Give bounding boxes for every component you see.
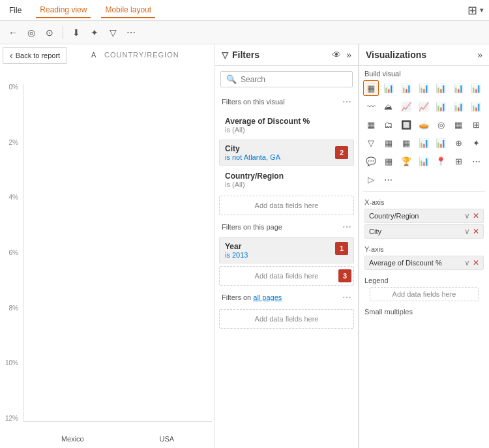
toolbar-more[interactable]: ⋯: [123, 25, 139, 40]
viz-icon-cluster-bar[interactable]: 📊: [416, 80, 432, 96]
filter-item-discount[interactable]: Average of Discount % is (All): [219, 112, 354, 138]
add-field-all[interactable]: Add data fields here: [219, 309, 354, 329]
x-axis-country-actions: ∨ ✕: [464, 211, 479, 220]
viz-icon-star[interactable]: ✦: [468, 135, 484, 151]
viz-collapse-icon[interactable]: »: [477, 50, 482, 60]
search-icon: 🔍: [226, 74, 237, 84]
filter-city-row: City is not Atlanta, GA 2: [225, 144, 348, 161]
filters-expand-icon[interactable]: »: [346, 50, 351, 60]
viz-icon-arrow[interactable]: ▷: [363, 172, 379, 187]
filters-eye-icon[interactable]: 👁: [332, 50, 341, 60]
viz-icon-dots[interactable]: ⋯: [468, 153, 484, 169]
toolbar-circle2[interactable]: ⊙: [42, 25, 57, 40]
viz-icon-treemap[interactable]: ▦: [451, 117, 466, 132]
x-axis-city-remove[interactable]: ✕: [473, 227, 479, 236]
x-axis-city-chevron[interactable]: ∨: [464, 227, 470, 236]
legend-add-field[interactable]: Add data fields here: [370, 287, 479, 301]
y-label-0: 0%: [0, 83, 21, 91]
menu-mobile-layout[interactable]: Mobile layout: [101, 3, 155, 18]
filters-search-box[interactable]: 🔍: [220, 71, 353, 87]
viz-icon-pin[interactable]: 📍: [433, 153, 449, 169]
viz-icon-bar7[interactable]: 📊: [468, 98, 484, 114]
chart-area: ‹ Back to report A COUNTRY/REGION 12% 10…: [0, 44, 215, 448]
filters-visual-menu[interactable]: ⋯: [342, 97, 351, 107]
filter-item-city[interactable]: City is not Atlanta, GA 2: [219, 140, 354, 166]
filter-year-title: Year: [225, 242, 335, 251]
filters-all-menu[interactable]: ⋯: [342, 292, 351, 303]
toolbar-pin[interactable]: ✦: [87, 25, 102, 40]
filter-item-year[interactable]: Year is 2013 1: [219, 237, 354, 263]
viz-icon-funnel[interactable]: ▽: [363, 135, 379, 151]
viz-icon-bar4[interactable]: 📊: [468, 80, 484, 96]
x-axis-field-city[interactable]: City ∨ ✕: [364, 224, 484, 239]
y-axis-avg-chevron[interactable]: ∨: [464, 258, 470, 267]
toolbar-sep1: [63, 26, 63, 39]
toolbar-icon-right[interactable]: ⊞: [467, 3, 477, 18]
viz-icon-pie[interactable]: 🥧: [416, 117, 432, 132]
viz-icon-slicer[interactable]: ▦: [381, 153, 396, 169]
viz-icon-combo[interactable]: 📈: [416, 98, 432, 114]
back-to-report-button[interactable]: ‹ Back to report: [3, 47, 67, 64]
filter-item-country[interactable]: Country/Region is (All): [219, 167, 354, 193]
filters-header: ▽ Filters 👁 »: [215, 44, 358, 66]
toolbar-back[interactable]: ←: [5, 25, 21, 40]
viz-icons-row2: 〰 ⛰ 📈 📈 📊 📊 📊: [359, 97, 489, 115]
viz-icon-donut[interactable]: ◎: [433, 117, 449, 132]
toolbar-down[interactable]: ⬇: [68, 25, 84, 40]
x-axis-city-text: City: [369, 228, 381, 235]
small-multiples-label: Small multiples: [359, 305, 489, 318]
viz-icon-textbox[interactable]: 💬: [363, 153, 379, 169]
viz-icon-more[interactable]: ⋯: [381, 172, 396, 187]
viz-icon-kpi[interactable]: 📊: [433, 135, 449, 151]
filters-on-visual-header: Filters on this visual ⋯: [215, 93, 358, 111]
viz-icon-trophy[interactable]: 🏆: [398, 153, 414, 169]
y-axis-field-avg-discount[interactable]: Average of Discount % ∨ ✕: [364, 256, 484, 270]
y-axis-avg-remove[interactable]: ✕: [473, 258, 479, 267]
viz-icon-line2[interactable]: 📈: [398, 98, 414, 114]
viz-header: Visualizations »: [359, 44, 489, 66]
viz-icon-scatter[interactable]: 🔲: [398, 117, 414, 132]
viz-icon-map-plus[interactable]: ⊕: [451, 135, 466, 151]
viz-icon-ribbon[interactable]: ▦: [363, 117, 379, 132]
x-label-usa: USA: [159, 435, 174, 443]
viz-icon-multirow-card[interactable]: 📊: [416, 135, 432, 151]
menu-bar: File Reading view Mobile layout ⊞ ▾: [0, 0, 489, 21]
toolbar-chevron[interactable]: ▾: [480, 6, 484, 14]
viz-icon-bar8[interactable]: 📊: [416, 153, 432, 169]
viz-icon-matrix[interactable]: ⊞: [468, 117, 484, 132]
add-field-visual[interactable]: Add data fields here: [219, 196, 354, 215]
viz-icon-line[interactable]: 〰: [363, 98, 379, 114]
search-input[interactable]: [241, 75, 347, 84]
viz-icon-bar5[interactable]: 📊: [433, 98, 449, 114]
viz-icons-row4: ▽ ▦ ▦ 📊 📊 ⊕ ✦: [359, 134, 489, 152]
viz-icon-bar[interactable]: 📊: [381, 80, 396, 96]
viz-icon-card[interactable]: ▦: [398, 135, 414, 151]
viz-icon-gauge[interactable]: ▦: [381, 135, 396, 151]
viz-icon-stacked-bar[interactable]: 📊: [398, 80, 414, 96]
menu-file[interactable]: File: [5, 3, 25, 18]
viz-icon-grid[interactable]: ⊞: [451, 153, 466, 169]
filter-year-sub: is 2013: [225, 251, 335, 259]
filters-body: Filters on this visual ⋯ Average of Disc…: [215, 93, 358, 448]
x-axis-field-country[interactable]: Country/Region ∨ ✕: [364, 209, 484, 223]
viz-icon-bar3[interactable]: 📊: [451, 80, 466, 96]
x-axis-country-remove[interactable]: ✕: [473, 211, 479, 220]
add-field-page[interactable]: Add data fields here: [219, 266, 354, 286]
main-layout: ‹ Back to report A COUNTRY/REGION 12% 10…: [0, 44, 489, 448]
filter-city-title: City: [225, 144, 335, 153]
y-label-8: 8%: [0, 305, 21, 312]
viz-icon-table[interactable]: ▦: [363, 80, 379, 96]
viz-icon-area[interactable]: ⛰: [381, 98, 396, 114]
country-region-label: COUNTRY/REGION: [104, 51, 179, 59]
filter-discount-sub: is (All): [225, 126, 348, 134]
x-axis-country-chevron[interactable]: ∨: [464, 211, 470, 220]
viz-icon-bar6[interactable]: 📊: [451, 98, 466, 114]
filters-on-page-header: Filters on this page ⋯: [215, 218, 358, 236]
back-arrow-icon: ‹: [10, 50, 13, 61]
viz-icon-bar2[interactable]: 📊: [433, 80, 449, 96]
viz-icon-waterfall[interactable]: 🗂: [381, 117, 396, 132]
filters-page-menu[interactable]: ⋯: [342, 222, 351, 232]
menu-reading-view[interactable]: Reading view: [36, 3, 91, 18]
toolbar-circle1[interactable]: ◎: [23, 25, 39, 40]
toolbar-filter[interactable]: ▽: [105, 25, 121, 40]
